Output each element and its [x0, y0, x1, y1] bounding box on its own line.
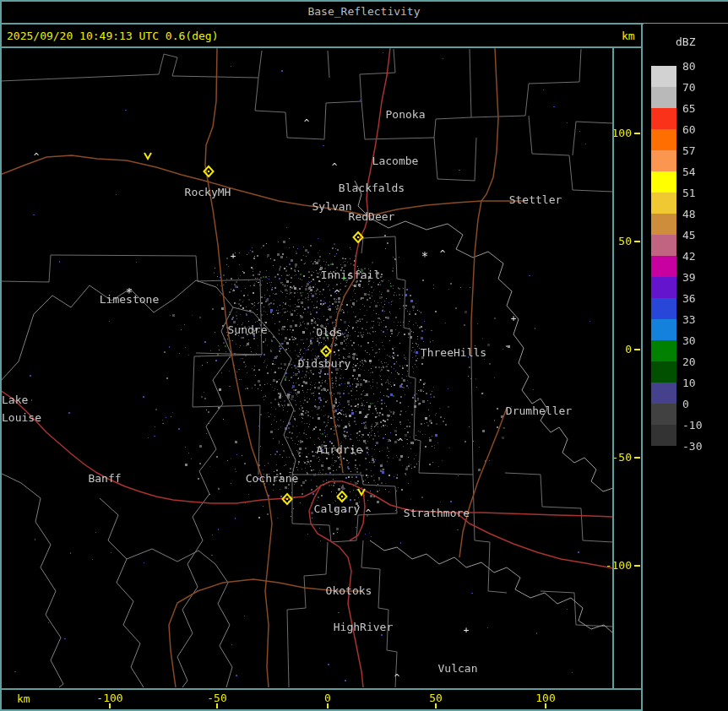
right-axis-label: 100 [612, 127, 632, 139]
colorbar-tick-label: -30 [682, 440, 702, 453]
city-label: Sylvan [312, 200, 352, 213]
city-label: Vulcan [438, 662, 478, 675]
city-label: Blackfalds [339, 182, 405, 194]
colorbar-tick-label: 48 [682, 208, 696, 220]
colorbar-block [651, 193, 676, 214]
colorbar-block [651, 319, 676, 340]
bottom-axis-label: -50 [207, 692, 226, 704]
caret-symbol: ^ [304, 117, 310, 128]
city-label: RedDeer [349, 210, 395, 223]
city-label: Ponoka [386, 108, 426, 121]
colorbar-panel: dBZ 807065605754514845423936333020100-10… [644, 24, 728, 711]
diamond-marker-center [286, 498, 288, 500]
bottom-axis-label: 50 [429, 692, 443, 704]
caret-symbol: ^ [34, 151, 40, 162]
colorbar-block [651, 129, 676, 150]
colorbar-tick-label: 33 [682, 313, 696, 326]
city-label: Didsbury [298, 357, 351, 370]
city-label: Lacombe [372, 155, 419, 167]
diamond-marker-center [357, 236, 359, 238]
colorbar-tick-label: 45 [682, 229, 696, 242]
city-label: Lake [2, 393, 28, 406]
city-label: RockyMH [185, 186, 231, 198]
colorbar-block [651, 340, 676, 361]
colorbar-block [651, 87, 676, 108]
city-label: Olds [316, 326, 342, 339]
city-label: Airdrie [317, 443, 363, 456]
city-label: HighRiver [334, 621, 394, 633]
star-symbol: * [421, 249, 428, 263]
caret-symbol: ^ [337, 410, 343, 421]
colorbar-block [651, 298, 676, 319]
colorbar-block [651, 256, 676, 277]
range-axes: 100500-50-100-100-50050100km [17, 127, 640, 708]
bottom-axis-unit: km [17, 692, 30, 705]
colorbar-tick-label: 20 [682, 356, 696, 368]
bottom-axis-label: 0 [324, 692, 331, 704]
colorbar-tick-label: 70 [682, 81, 696, 94]
city-label: Louise [2, 411, 41, 424]
map-bottom-border [0, 688, 643, 690]
city-label: Limestone [100, 293, 160, 306]
city-label: Drumheller [506, 404, 572, 417]
colorbar-block [651, 425, 676, 446]
caret-symbol: ^ [332, 161, 338, 172]
diamond-marker-center [208, 171, 209, 172]
v-marker [144, 153, 151, 159]
colorbar-block [651, 277, 676, 298]
colorbar-tick-label: 80 [682, 60, 696, 73]
caret-symbol: ^ [398, 437, 404, 448]
diamond-marker-center [325, 350, 327, 352]
diamond-marker-center [341, 496, 343, 497]
city-label: Innisfail [321, 269, 380, 281]
city-label: Sundre [228, 323, 268, 336]
city-label: ThreeHills [421, 346, 486, 359]
city-label: Stettler [509, 193, 562, 206]
colorbar-tick-label: 51 [682, 187, 696, 199]
plus-symbol: + [464, 625, 470, 636]
frame-infobar-line [0, 46, 643, 48]
colorbar-block [651, 171, 676, 193]
map-right-border [612, 48, 614, 689]
colorbar-tick-label: 57 [682, 144, 696, 157]
caret-symbol: ^ [334, 288, 340, 299]
bottom-axis-label: 100 [535, 692, 555, 704]
right-axis-label: -100 [606, 559, 632, 572]
plus-symbol: + [231, 251, 236, 262]
colorbar-tick-label: -10 [682, 419, 702, 431]
bottom-axis-label: -100 [96, 692, 122, 704]
colorbar-block [651, 235, 676, 256]
frame-top-line [0, 0, 728, 2]
colorbar-tick-label: 36 [682, 292, 696, 305]
colorbar-tick-label: 10 [682, 377, 696, 389]
colorbar-block [651, 214, 676, 235]
colorbar-tick-label: 54 [682, 166, 696, 178]
plus-symbol: + [511, 313, 517, 324]
right-axis-label: 0 [625, 343, 632, 356]
city-label: Banff [88, 472, 121, 485]
caret-symbol: ^ [394, 672, 400, 683]
colorbar-block [651, 404, 676, 425]
right-axis-label: 50 [618, 235, 632, 247]
right-axis-label: -50 [612, 451, 632, 464]
caret-symbol: ^ [366, 507, 372, 518]
frame-left-line [0, 0, 2, 711]
colorbar-block [651, 361, 676, 383]
city-label: Cochrane [246, 472, 299, 485]
colorbar-tick-label: 0 [682, 398, 689, 410]
colorbar-tick-label: 60 [682, 123, 696, 136]
frame-right-line [641, 24, 643, 711]
colorbar-tick-label: 65 [682, 102, 696, 115]
caret-symbol: ^ [440, 248, 446, 259]
colorbar-block [651, 108, 676, 129]
map-symbols: ^^^^^^^^^**+++ [34, 117, 517, 683]
map-area[interactable]: ^^^^^^^^^**+++ PonokaLacombeBlackfaldsSy… [0, 0, 728, 711]
colorbar-tick-label: 30 [682, 334, 696, 347]
colorbar-block [651, 383, 676, 404]
colorbar-tick-label: 42 [682, 250, 696, 263]
colorbar-unit-label: dBZ [676, 35, 695, 48]
city-label: Okotoks [326, 584, 372, 597]
river-lines [355, 181, 613, 633]
colorbar-block [651, 66, 676, 87]
colorbar-block [651, 150, 676, 171]
